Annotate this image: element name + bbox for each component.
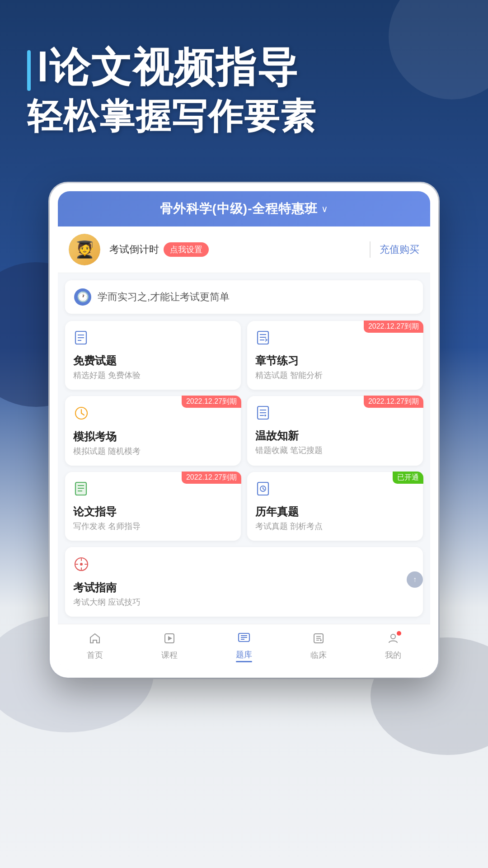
clock-icon xyxy=(73,407,89,425)
countdown-section: 考试倒计时 点我设置 xyxy=(109,242,361,257)
card-title: 模拟考场 xyxy=(73,429,233,444)
device-mockup: 骨外科学(中级)-全程特惠班 ∨ 🧑‍🎓 考试倒计时 点我设置 充值购买 xyxy=(50,183,438,678)
card-icon-wrap xyxy=(255,481,415,500)
nav-label-question-bank: 题库 xyxy=(236,649,252,660)
card-history-exam[interactable]: 已开通 历年真题 考试真题 剖析考点 xyxy=(247,472,423,541)
svg-line-10 xyxy=(81,413,84,415)
card-subtitle: 考试大纲 应试技巧 xyxy=(73,597,415,608)
user-icon xyxy=(387,632,399,648)
hero-title-line2: 轻松掌握写作要素 xyxy=(27,95,461,138)
app-header[interactable]: 骨外科学(中级)-全程特惠班 ∨ xyxy=(58,191,430,226)
chapter-icon xyxy=(255,331,271,349)
clock-icon: 🕐 xyxy=(74,288,91,306)
chevron-down-icon: ∨ xyxy=(321,203,328,214)
card-chapter-practice[interactable]: 2022.12.27到期 章节练习 xyxy=(247,321,423,390)
compass-icon xyxy=(73,558,89,576)
avatar: 🧑‍🎓 xyxy=(69,234,100,265)
status-badge: 已开通 xyxy=(393,472,423,484)
nav-item-home[interactable]: 首页 xyxy=(87,632,103,660)
nav-label-course: 课程 xyxy=(161,650,178,660)
paper-icon xyxy=(73,482,89,500)
card-subtitle: 模拟试题 随机模考 xyxy=(73,446,233,457)
motto-text: 学而实习之,才能让考试更简单 xyxy=(98,290,230,304)
play-icon xyxy=(163,632,176,648)
card-icon-wrap xyxy=(73,556,415,576)
card-title: 章节练习 xyxy=(255,354,415,368)
svg-point-15 xyxy=(264,415,266,416)
hero-title-line1: l论文视频指导 xyxy=(27,45,461,91)
svg-marker-31 xyxy=(168,636,172,641)
scroll-indicator: ↑ xyxy=(407,571,423,588)
nav-label-clinical: 临床 xyxy=(310,650,327,660)
card-subtitle: 考试真题 剖析考点 xyxy=(255,521,415,532)
document-icon xyxy=(73,331,89,349)
vertical-divider xyxy=(370,241,371,258)
svg-point-42 xyxy=(391,634,395,639)
card-free-test[interactable]: 免费试题 精选好题 免费体验 xyxy=(65,321,241,390)
status-badge: 2022.12.27到期 xyxy=(364,321,423,333)
card-title: 历年真题 xyxy=(255,505,415,519)
card-icon-wrap xyxy=(73,481,233,500)
card-icon-wrap xyxy=(255,330,415,349)
nav-label-home: 首页 xyxy=(87,650,103,660)
svg-point-25 xyxy=(80,563,83,566)
user-info-bar: 🧑‍🎓 考试倒计时 点我设置 充值购买 xyxy=(58,226,430,273)
avatar-icon: 🧑‍🎓 xyxy=(75,240,95,259)
status-badge: 2022.12.27到期 xyxy=(364,396,423,408)
motto-bar: 🕐 学而实习之,才能让考试更简单 xyxy=(65,280,423,314)
card-title: 免费试题 xyxy=(73,354,233,368)
card-subtitle: 写作发表 名师指导 xyxy=(73,521,233,532)
hero-section: l论文视频指导 轻松掌握写作要素 xyxy=(0,0,488,165)
question-bank-icon xyxy=(237,631,251,647)
app-header-title: 骨外科学(中级)-全程特惠班 xyxy=(160,200,318,217)
card-subtitle: 精选试题 智能分析 xyxy=(255,370,415,381)
countdown-set-button[interactable]: 点我设置 xyxy=(164,242,209,257)
bottom-navigation: 首页 课程 xyxy=(58,624,430,670)
home-icon xyxy=(89,632,101,648)
nav-item-clinical[interactable]: 临床 xyxy=(310,632,327,660)
status-badge: 2022.12.27到期 xyxy=(182,396,241,408)
svg-line-23 xyxy=(263,489,264,490)
card-title: 论文指导 xyxy=(73,505,233,519)
card-subtitle: 精选好题 免费体验 xyxy=(73,370,233,381)
card-title: 温故知新 xyxy=(255,429,415,443)
cards-grid: 免费试题 精选好题 免费体验 2022.12.27到期 xyxy=(58,314,430,624)
history-icon xyxy=(255,482,271,500)
nav-item-course[interactable]: 课程 xyxy=(161,632,178,660)
card-subtitle: 错题收藏 笔记搜题 xyxy=(255,445,415,456)
card-icon-wrap xyxy=(73,330,233,349)
card-icon-wrap xyxy=(73,405,233,425)
notes-icon xyxy=(255,406,271,424)
hero-bar-decoration xyxy=(27,50,31,91)
clinical-icon xyxy=(312,632,325,648)
nav-active-indicator xyxy=(236,661,252,662)
status-badge: 2022.12.27到期 xyxy=(182,472,241,484)
nav-item-question-bank[interactable]: 题库 xyxy=(236,631,252,662)
device-screen: 骨外科学(中级)-全程特惠班 ∨ 🧑‍🎓 考试倒计时 点我设置 充值购买 xyxy=(58,191,430,670)
device-frame: 骨外科学(中级)-全程特惠班 ∨ 🧑‍🎓 考试倒计时 点我设置 充值购买 xyxy=(50,183,438,678)
countdown-label: 考试倒计时 xyxy=(109,243,159,256)
card-icon-wrap xyxy=(255,405,415,424)
recharge-button[interactable]: 充值购买 xyxy=(380,243,419,256)
nav-item-mine[interactable]: 我的 xyxy=(385,632,401,660)
avatar-image: 🧑‍🎓 xyxy=(69,234,100,265)
card-title: 考试指南 xyxy=(73,580,415,595)
card-mock-exam[interactable]: 2022.12.27到期 模拟考场 模拟试题 随机模考 xyxy=(65,396,241,466)
nav-label-mine: 我的 xyxy=(385,650,401,660)
card-review[interactable]: 2022.12.27到期 温故知新 xyxy=(247,396,423,466)
card-exam-guide[interactable]: 考试指南 考试大纲 应试技巧 xyxy=(65,547,423,617)
card-paper-guide[interactable]: 2022.12.27到期 论文指导 写作发表 名师指导 xyxy=(65,472,241,541)
